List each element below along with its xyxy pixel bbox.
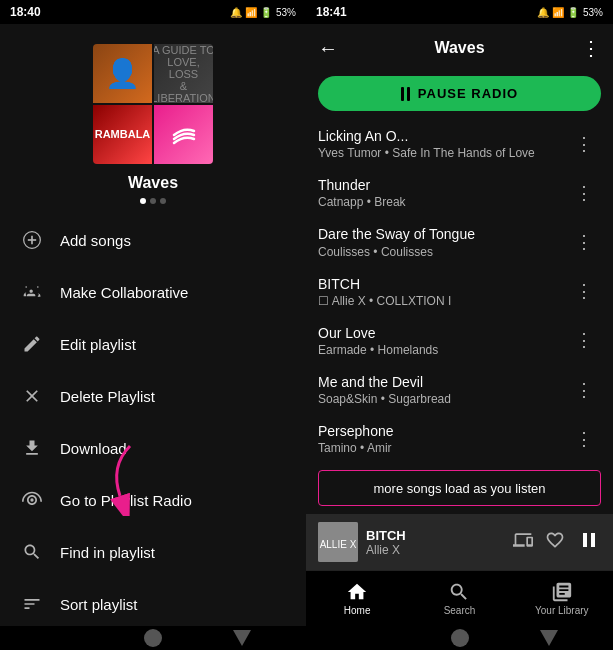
now-playing-title: BITCH — [366, 528, 505, 543]
status-bar-right: 18:41 🔔 📶 🔋 53% — [306, 0, 613, 24]
bottom-nav: Home Search Your Library — [306, 570, 613, 626]
left-panel: 18:40 🔔 📶 🔋 53% 👤 A GUIDE TOLOVE, LOSS& … — [0, 0, 306, 650]
status-icons-right: 🔔 📶 🔋 53% — [537, 7, 603, 18]
more-options-button[interactable]: ⋮ — [569, 36, 601, 60]
nav-search[interactable]: Search — [408, 581, 510, 616]
menu-item-make-collaborative[interactable]: Make Collaborative — [0, 266, 306, 318]
cover-cell-4 — [154, 105, 213, 164]
song-list: Licking An O... Yves Tumor • Safe In The… — [306, 119, 613, 462]
collaborative-icon — [20, 280, 44, 304]
now-playing-controls — [513, 528, 601, 557]
find-icon — [20, 540, 44, 564]
menu-item-download[interactable]: Download — [0, 422, 306, 474]
status-icons-left: 🔔 📶 🔋 53% — [230, 7, 296, 18]
nav-library-label: Your Library — [535, 605, 589, 616]
pause-button[interactable] — [577, 528, 601, 557]
sort-icon — [20, 592, 44, 616]
find-in-playlist-label: Find in playlist — [60, 544, 155, 561]
more-songs-text: more songs load as you listen — [374, 481, 546, 496]
make-collaborative-label: Make Collaborative — [60, 284, 188, 301]
recents-gesture — [233, 630, 251, 646]
heart-button[interactable] — [545, 530, 565, 555]
song-more-btn[interactable]: ⋮ — [567, 129, 601, 159]
playlist-cover-grid: 👤 A GUIDE TOLOVE, LOSS& LIBERATION RAMBA… — [93, 44, 213, 164]
cover-cell-2: A GUIDE TOLOVE, LOSS& LIBERATION — [154, 44, 213, 103]
sort-playlist-label: Sort playlist — [60, 596, 138, 613]
table-row[interactable]: Our Love Earmade • Homelands ⋮ — [306, 316, 613, 365]
download-icon — [20, 436, 44, 460]
edit-icon — [20, 332, 44, 356]
now-playing-bar[interactable]: ALLIE X BITCH Allie X — [306, 514, 613, 570]
cover-cell-3: RAMBALA — [93, 105, 152, 164]
song-more-btn[interactable]: ⋮ — [567, 276, 601, 306]
song-more-btn[interactable]: ⋮ — [567, 375, 601, 405]
table-row[interactable]: Thunder Catnapp • Break ⋮ — [306, 168, 613, 217]
song-more-btn[interactable]: ⋮ — [567, 227, 601, 257]
pause-icon — [401, 87, 410, 101]
gesture-bar-left — [0, 626, 306, 650]
connect-devices-button[interactable] — [513, 530, 533, 555]
edit-playlist-label: Edit playlist — [60, 336, 136, 353]
now-playing-artist: Allie X — [366, 543, 505, 557]
back-gesture — [144, 629, 162, 647]
header-title: Waves — [434, 39, 484, 57]
right-header: ← Waves ⋮ — [306, 24, 613, 72]
menu-item-sort-playlist[interactable]: Sort playlist — [0, 578, 306, 626]
search-icon — [448, 581, 470, 603]
nav-search-label: Search — [444, 605, 476, 616]
nav-home[interactable]: Home — [306, 581, 408, 616]
download-label: Download — [60, 440, 127, 457]
plus-icon — [20, 228, 44, 252]
delete-playlist-label: Delete Playlist — [60, 388, 155, 405]
song-more-btn[interactable]: ⋮ — [567, 325, 601, 355]
menu-item-go-to-playlist-radio[interactable]: Go to Playlist Radio — [0, 474, 306, 526]
menu-item-delete-playlist[interactable]: Delete Playlist — [0, 370, 306, 422]
song-more-btn[interactable]: ⋮ — [567, 178, 601, 208]
menu-list: Add songs Make Collaborative Edit playli… — [0, 214, 306, 626]
add-songs-label: Add songs — [60, 232, 131, 249]
table-row[interactable]: Me and the Devil Soap&Skin • Sugarbread … — [306, 365, 613, 414]
library-icon — [551, 581, 573, 603]
svg-text:ALLIE X: ALLIE X — [320, 539, 357, 550]
menu-item-find-in-playlist[interactable]: Find in playlist — [0, 526, 306, 578]
recents-gesture-right — [540, 630, 558, 646]
table-row[interactable]: BITCH ☐ Allie X • COLLXTION I ⋮ — [306, 267, 613, 316]
status-bar-left: 18:40 🔔 📶 🔋 53% — [0, 0, 306, 24]
dots-indicator — [140, 198, 166, 204]
home-gesture — [55, 629, 73, 647]
table-row[interactable]: Licking An O... Yves Tumor • Safe In The… — [306, 119, 613, 168]
gesture-bar-right — [306, 626, 613, 650]
svg-point-4 — [30, 498, 33, 501]
menu-item-add-songs[interactable]: Add songs — [0, 214, 306, 266]
spotify-logo-icon — [164, 115, 204, 155]
nav-library[interactable]: Your Library — [511, 581, 613, 616]
radio-icon — [20, 488, 44, 512]
home-gesture-right — [362, 629, 380, 647]
playlist-cover-area: 👤 A GUIDE TOLOVE, LOSS& LIBERATION RAMBA… — [0, 24, 306, 214]
nav-home-label: Home — [344, 605, 371, 616]
playlist-title-left: Waves — [128, 174, 178, 192]
table-row[interactable]: Dare the Sway of Tongue Coulisses • Coul… — [306, 217, 613, 266]
status-time-right: 18:41 — [316, 5, 347, 19]
right-panel: 18:41 🔔 📶 🔋 53% ← Waves ⋮ PAUSE RADIO Li… — [306, 0, 613, 650]
status-time-left: 18:40 — [10, 5, 41, 19]
now-playing-thumbnail: ALLIE X — [318, 522, 358, 562]
cover-cell-1: 👤 — [93, 44, 152, 103]
pause-radio-label: PAUSE RADIO — [418, 86, 518, 101]
pause-radio-button[interactable]: PAUSE RADIO — [318, 76, 601, 111]
table-row[interactable]: Persephone Tamino • Amir ⋮ — [306, 414, 613, 462]
delete-icon — [20, 384, 44, 408]
more-songs-notice: more songs load as you listen — [318, 470, 601, 506]
go-to-playlist-radio-label: Go to Playlist Radio — [60, 492, 192, 509]
song-more-btn[interactable]: ⋮ — [567, 424, 601, 454]
menu-item-edit-playlist[interactable]: Edit playlist — [0, 318, 306, 370]
home-icon — [346, 581, 368, 603]
back-button[interactable]: ← — [318, 37, 350, 60]
back-gesture-right — [451, 629, 469, 647]
